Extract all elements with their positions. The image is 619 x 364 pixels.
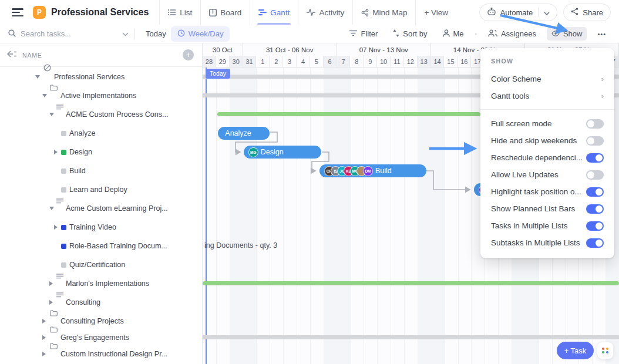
avatar: MG (248, 147, 258, 157)
toggle-switch[interactable] (586, 187, 604, 197)
assignees-button[interactable]: Assignees (483, 27, 541, 41)
menu-toggle-allow-live-updates[interactable]: Allow Live Updates (480, 166, 614, 183)
menu-toggle-show-planned-list-bars[interactable]: Show Planned List Bars (480, 200, 614, 217)
sidebar-row-training-video[interactable]: Training Video (0, 218, 202, 237)
sidebar-row-role-based-training-docum[interactable]: Role-Based Training Docum... (0, 237, 202, 255)
search-placeholder: Search tasks... (21, 29, 117, 38)
eye-icon (551, 29, 560, 38)
tab-add-view[interactable]: + View (415, 0, 456, 25)
list-summary-bar[interactable] (217, 112, 480, 116)
menu-toggle-full-screen-mode[interactable]: Full screen mode (480, 115, 614, 132)
day-cell: 2 (270, 56, 283, 67)
filter-icon (349, 29, 357, 38)
menu-divider (480, 109, 614, 110)
more-options-button[interactable]: ••• (593, 28, 611, 40)
add-task-column-button[interactable]: + (183, 49, 194, 60)
caret-right-icon[interactable] (42, 335, 46, 340)
sort-icon (393, 29, 399, 39)
sidebar-row-custom-instructional-design-pr[interactable]: Custom Instructional Design Pr... (0, 345, 202, 363)
collapse-sidebar-icon[interactable] (7, 50, 16, 60)
day-cell: 12 (404, 56, 418, 67)
day-cell: 7 (337, 56, 351, 67)
task-bar-analyze[interactable]: Analyze (218, 127, 270, 140)
caret-down-icon[interactable] (49, 207, 54, 210)
toggle-switch[interactable] (586, 238, 604, 248)
task-bar-design[interactable]: MGDesign (244, 146, 322, 159)
menu-item-gantt-tools[interactable]: Gantt tools › (480, 87, 614, 105)
toggle-switch[interactable] (586, 204, 604, 214)
list-summary-bar[interactable] (203, 281, 619, 285)
menu-toggle-reschedule-dependenci[interactable]: Reschedule dependenci... (480, 149, 614, 166)
caret-down-icon[interactable] (35, 75, 40, 79)
tab-activity[interactable]: Activity (298, 0, 352, 25)
toggle-switch[interactable] (586, 221, 604, 231)
menu-item-color-scheme[interactable]: Color Scheme › (480, 70, 614, 87)
sidebar-row-active-implementations[interactable]: Active Implementations (0, 86, 202, 105)
sidebar-row-quiz-certification[interactable]: Quiz/Certification (0, 255, 202, 274)
scale-selector[interactable]: Week/Day (171, 26, 230, 42)
caret-right-icon[interactable] (42, 352, 46, 356)
caret-right-icon[interactable] (49, 281, 53, 286)
task-list-sidebar: NAME + Professional ServicesActive Imple… (0, 43, 203, 364)
avatar: DM (363, 166, 373, 176)
toggle-switch[interactable] (586, 153, 604, 163)
planned-list-bar[interactable] (203, 335, 619, 339)
tab-list[interactable]: List (159, 0, 200, 25)
share-button[interactable]: Share (563, 4, 611, 21)
add-task-button[interactable]: + Task (557, 342, 594, 359)
apps-grid-icon (602, 348, 609, 353)
apps-launcher-button[interactable] (597, 342, 614, 359)
menu-toggle-hide-and-skip-weekends[interactable]: Hide and skip weekends (480, 132, 614, 149)
caret-right-icon[interactable] (54, 150, 58, 154)
show-button[interactable]: Show (547, 27, 587, 41)
day-cell: 10 (377, 56, 391, 67)
assignee-avatars: MG (248, 147, 258, 157)
filter-button[interactable]: Filter (345, 27, 382, 41)
day-cell: 1 (256, 56, 270, 67)
day-cell: 4 (297, 56, 310, 67)
caret-right-icon[interactable] (42, 319, 46, 323)
tab-mind-map[interactable]: Mind Map (352, 0, 415, 25)
menu-toggle-subtasks-in-multiple-lists[interactable]: Subtasks in Multiple Lists (480, 234, 614, 251)
list-icon (56, 196, 63, 207)
toggle-switch[interactable] (586, 136, 604, 146)
clipped-task-bar-label: ing Documents - qty. 3 (204, 241, 277, 250)
sidebar-header: NAME + (0, 43, 202, 67)
chevron-down-icon[interactable] (544, 8, 550, 17)
search-input[interactable]: Search tasks... (8, 29, 129, 39)
chevron-down-icon[interactable] (122, 29, 129, 38)
today-marker[interactable]: Today (206, 69, 230, 79)
toggle-switch[interactable] (586, 119, 604, 129)
sidebar-row-design[interactable]: Design (0, 143, 202, 161)
sidebar-row-learn-and-deploy[interactable]: Learn and Deploy (0, 180, 202, 199)
caret-down-icon[interactable] (42, 94, 47, 97)
caret-right-icon[interactable] (54, 225, 58, 230)
tab-board[interactable]: Board (200, 0, 250, 25)
day-cell: 29 (216, 56, 230, 67)
sort-by-button[interactable]: Sort by (388, 27, 432, 41)
task-bar-build[interactable]: CRISJCKBMGDMBuild (319, 164, 426, 177)
automate-button[interactable]: Automate (479, 4, 558, 21)
sidebar-row-consulting[interactable]: Consulting (0, 293, 202, 312)
sidebar-row-build[interactable]: Build (0, 161, 202, 180)
menu-toggle-tasks-in-multiple-lists[interactable]: Tasks in Multiple Lists (480, 217, 614, 234)
today-button[interactable]: Today (141, 27, 171, 41)
week-header: 30 Oct (203, 43, 243, 56)
sidebar-row-marlon-s-implementations[interactable]: Marlon's Implementations (0, 274, 202, 293)
toggle-switch[interactable] (586, 170, 604, 180)
sidebar-row-acme-custom-elearning-proj[interactable]: Acme Custom eLearning Proj... (0, 199, 202, 218)
caret-right-icon[interactable] (49, 300, 53, 305)
sidebar-row-acme-custom-process-cons[interactable]: ACME Custom Process Cons... (0, 105, 202, 124)
toggle-label: Reschedule dependenci... (491, 153, 583, 162)
space-icon (43, 63, 51, 74)
task-label: Training Video (69, 223, 116, 231)
sidebar-row-professional-services[interactable]: Professional Services (0, 68, 202, 86)
robot-icon (487, 8, 496, 18)
menu-toggle-highlight-task-position-o[interactable]: Highlight task position o... (480, 183, 614, 200)
tab-gantt[interactable]: Gantt (250, 0, 298, 25)
space-badge[interactable]: P (33, 6, 46, 19)
sidebar-row-analyze[interactable]: Analyze (0, 124, 202, 143)
caret-down-icon[interactable] (49, 113, 54, 116)
me-filter-button[interactable]: Me (438, 27, 469, 41)
hamburger-menu-icon[interactable] (12, 8, 23, 16)
